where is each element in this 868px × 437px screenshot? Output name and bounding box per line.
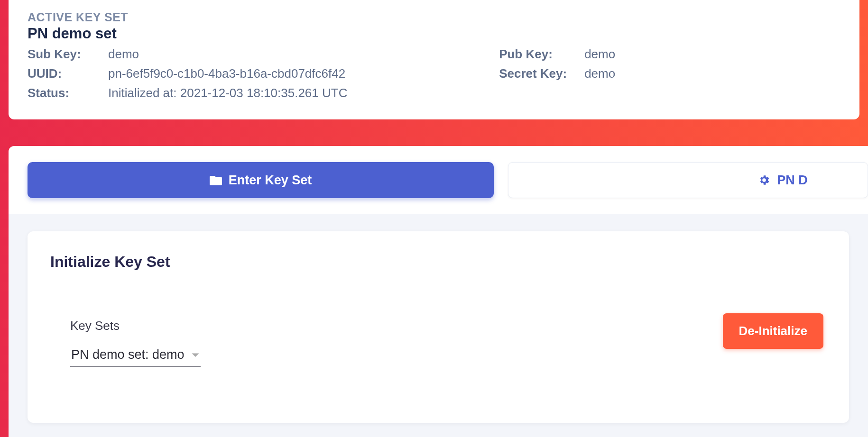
- keysets-label: Key Sets: [70, 319, 201, 333]
- uuid-label: UUID:: [28, 66, 108, 81]
- keysets-select[interactable]: PN demo set: demo: [70, 346, 201, 367]
- folder-icon: [210, 175, 222, 185]
- sub-key-value: demo: [108, 47, 471, 62]
- keysets-field: Key Sets PN demo set: demo: [50, 319, 201, 367]
- tab-manage-label: PN D: [777, 173, 808, 188]
- secret-key-label: Secret Key:: [499, 66, 584, 81]
- content-area: Initialize Key Set Key Sets PN demo set:…: [9, 214, 868, 437]
- tab-enter-label: Enter Key Set: [229, 173, 312, 188]
- pub-key-label: Pub Key:: [499, 47, 584, 62]
- sub-key-label: Sub Key:: [28, 47, 108, 62]
- uuid-value: pn-6ef5f9c0-c1b0-4ba3-b16a-cbd07dfc6f42: [108, 66, 471, 81]
- chevron-down-icon: [191, 347, 200, 362]
- tab-manage-key-set[interactable]: PN D: [508, 162, 868, 198]
- active-keyset-card: ACTIVE KEY SET PN demo set Sub Key: demo…: [9, 0, 859, 119]
- tab-bar: Enter Key Set PN D: [9, 146, 868, 214]
- secret-key-value: demo: [584, 66, 840, 81]
- panel-title: Initialize Key Set: [50, 253, 826, 271]
- status-label: Status:: [28, 86, 108, 100]
- initialize-panel: Initialize Key Set Key Sets PN demo set:…: [28, 231, 849, 423]
- status-value: Initialized at: 2021-12-03 18:10:35.261 …: [108, 86, 471, 100]
- keysets-selected-value: PN demo set: demo: [71, 347, 185, 362]
- deinitialize-button[interactable]: De-Initialize: [723, 313, 823, 349]
- pub-key-value: demo: [584, 47, 840, 62]
- active-keyset-header: ACTIVE KEY SET: [28, 10, 840, 24]
- gear-icon: [758, 174, 770, 186]
- keyset-details: Sub Key: demo UUID: pn-6ef5f9c0-c1b0-4ba…: [28, 47, 840, 105]
- tab-enter-key-set[interactable]: Enter Key Set: [28, 162, 494, 198]
- active-keyset-name: PN demo set: [28, 25, 840, 42]
